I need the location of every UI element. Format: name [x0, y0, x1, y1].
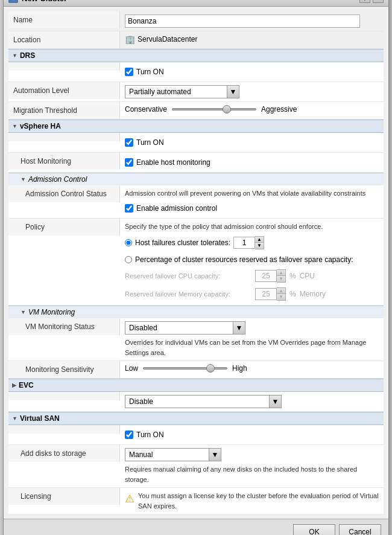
drs-turnon-row: Turn ON: [8, 62, 384, 82]
automation-level-select[interactable]: Partially automated: [125, 85, 227, 98]
evc-row: Disable ▼: [8, 392, 384, 412]
drs-turnon-checkbox[interactable]: [125, 68, 133, 76]
cpu-capacity-value[interactable]: [255, 270, 277, 282]
ha-toggle-icon: ▼: [12, 123, 17, 129]
add-disks-select-value: Manual: [129, 450, 153, 459]
memory-capacity-unit: %: [289, 290, 296, 298]
evc-value-cell: Disable ▼: [120, 392, 384, 411]
memory-capacity-down[interactable]: ▼: [277, 294, 285, 300]
host-failures-spinner: ▲ ▼: [233, 236, 264, 249]
vsan-turnon-checkbox-row: Turn ON: [125, 428, 379, 441]
add-disks-label: Add disks to storage: [8, 445, 120, 462]
location-label: Location: [8, 31, 120, 48]
virtualsan-toggle-icon: ▼: [12, 415, 17, 421]
drs-threshold-row: Migration Threshold Conservative Aggress…: [8, 102, 384, 120]
ha-turnon-checkbox[interactable]: [125, 138, 133, 147]
vm-monitoring-label: VM Monitoring: [28, 308, 75, 316]
monitoring-sensitivity-value: Low High: [120, 361, 384, 376]
automation-level-arrow[interactable]: ▼: [227, 85, 239, 98]
admission-status-label: Admission Control Status: [8, 185, 120, 202]
slider-aggressive-label: Aggressive: [261, 105, 297, 114]
title-bar-left: ⊞ New Cluster: [8, 0, 67, 3]
sensitivity-low-label: Low: [125, 364, 138, 373]
add-disks-select[interactable]: Manual: [125, 448, 209, 461]
migration-slider-thumb[interactable]: [223, 105, 231, 114]
percentage-option: Percentage of cluster resources reserved…: [125, 255, 379, 264]
name-label: Name: [8, 11, 120, 28]
licensing-warning: ⚠ You must assign a license key to the c…: [125, 491, 379, 511]
vsphere-ha-section-header[interactable]: ▼ vSphere HA: [8, 120, 384, 133]
evc-label-cell: [8, 392, 120, 400]
host-monitoring-checkbox-row: Enable host monitoring: [125, 156, 379, 169]
datacenter-icon: 🏢: [125, 34, 135, 44]
vsan-turnon-checkbox[interactable]: [125, 431, 133, 439]
vm-monitoring-value: Disabled: [129, 324, 157, 332]
location-display: 🏢 ServulaDatacenter: [125, 34, 379, 44]
drs-toggle-icon: ▼: [12, 53, 17, 59]
memory-capacity-up[interactable]: ▲: [277, 288, 285, 294]
cpu-capacity-label: Reserved failover CPU capacity:: [125, 272, 251, 280]
vsan-turnon-label-cell: [8, 425, 120, 434]
monitoring-sensitivity-row: Monitoring Sensitivity Low High: [8, 361, 384, 379]
migration-slider-track[interactable]: [172, 108, 256, 111]
vsan-turnon-row: Turn ON: [8, 425, 384, 445]
cpu-capacity-up[interactable]: ▲: [277, 270, 285, 276]
automation-select-wrapper: Partially automated ▼: [125, 85, 379, 98]
drs-section-header[interactable]: ▼ DRS: [8, 49, 384, 62]
host-failures-radio[interactable]: [125, 239, 132, 246]
help-button[interactable]: ?: [359, 0, 370, 3]
host-failures-value[interactable]: [233, 237, 255, 249]
host-failures-label: Host failures cluster tolerates:: [135, 239, 230, 247]
vm-monitoring-toggle: ▼: [21, 309, 26, 315]
host-failures-spinner-btns: ▲ ▼: [255, 236, 264, 249]
virtualsan-section-header[interactable]: ▼ Virtual SAN: [8, 412, 384, 425]
memory-capacity-value[interactable]: [255, 288, 277, 300]
vm-monitoring-status-row: VM Monitoring Status Disabled ▼ Override…: [8, 318, 384, 361]
memory-capacity-label: Reserved failover Memory capacity:: [125, 290, 251, 298]
sensitivity-slider-thumb[interactable]: [206, 364, 215, 373]
ok-button[interactable]: OK: [293, 524, 335, 535]
virtualsan-label: Virtual SAN: [20, 414, 60, 423]
vsphere-ha-label: vSphere HA: [20, 122, 61, 130]
add-disks-arrow[interactable]: ▼: [209, 448, 221, 461]
host-failures-up[interactable]: ▲: [255, 237, 264, 243]
location-row: Location 🏢 ServulaDatacenter: [8, 31, 384, 49]
drs-turnon-text: Turn ON: [136, 68, 164, 76]
evc-section-header[interactable]: ▶ EVC: [8, 379, 384, 392]
admission-control-subheader[interactable]: ▼ Admission Control: [8, 173, 384, 185]
host-monitoring-checkbox[interactable]: [125, 158, 133, 167]
host-monitoring-label: Host Monitoring: [8, 153, 120, 170]
expand-button[interactable]: »: [373, 0, 384, 3]
name-input[interactable]: [125, 14, 360, 28]
add-disks-select-wrapper: Manual ▼: [125, 448, 379, 461]
host-failures-option: Host failures cluster tolerates: ▲ ▼: [125, 236, 379, 249]
title-bar-right: ? »: [359, 0, 384, 3]
vm-monitoring-arrow[interactable]: ▼: [233, 321, 245, 335]
cpu-capacity-down[interactable]: ▼: [277, 276, 285, 282]
percentage-radio[interactable]: [125, 256, 132, 263]
licensing-value: ⚠ You must assign a license key to the c…: [120, 488, 384, 514]
memory-capacity-spinner-btns: ▲ ▼: [277, 287, 286, 301]
policy-value: Specify the type of the policy that admi…: [120, 219, 384, 306]
memory-capacity-spinner: ▲ ▼: [255, 287, 286, 301]
admission-checkbox-row: Enable admission control: [125, 202, 379, 215]
add-disks-info-text: Requires manual claiming of any new disk…: [125, 464, 379, 484]
cpu-capacity-row: Reserved failover CPU capacity: ▲ ▼ % CP…: [125, 269, 379, 283]
vsan-turnon-value: Turn ON: [120, 425, 384, 444]
evc-arrow[interactable]: ▼: [270, 395, 282, 408]
cancel-button[interactable]: Cancel: [339, 524, 381, 535]
vm-monitoring-select[interactable]: Disabled: [125, 321, 233, 335]
host-monitoring-row: Host Monitoring Enable host monitoring: [8, 153, 384, 173]
title-bar: ⊞ New Cluster ? »: [4, 0, 388, 7]
sensitivity-slider-row: Low High: [125, 364, 379, 373]
evc-select[interactable]: Disable: [125, 395, 270, 408]
percentage-label: Percentage of cluster resources reserved…: [135, 255, 353, 264]
sensitivity-high-label: High: [232, 364, 247, 373]
slider-conservative-label: Conservative: [125, 105, 167, 114]
sensitivity-slider-track[interactable]: [143, 367, 227, 370]
cpu-capacity-spinner-btns: ▲ ▼: [277, 269, 286, 283]
admission-control-checkbox[interactable]: [125, 204, 133, 213]
dialog-icon: ⊞: [8, 0, 18, 3]
vm-monitoring-subheader[interactable]: ▼ VM Monitoring: [8, 306, 384, 318]
host-failures-down[interactable]: ▼: [255, 243, 264, 249]
